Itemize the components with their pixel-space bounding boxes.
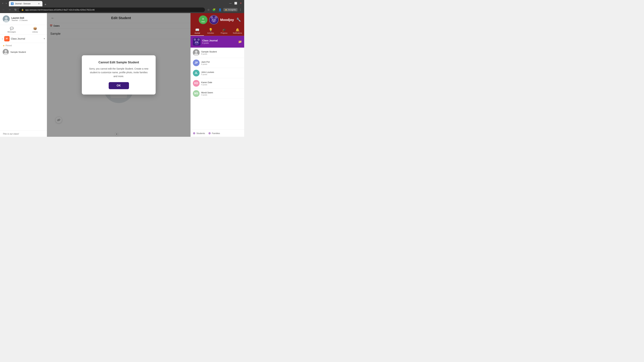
class-dropdown-icon: ▾: [44, 37, 45, 40]
address-field[interactable]: 🔒 app.seesaw.me/#/class/class.e01bf4c2-9…: [19, 7, 205, 12]
notifications-tab[interactable]: 🔔 Notifications: [231, 26, 244, 36]
notifications-icon: 🔔: [236, 28, 240, 32]
app-container: Lauren Deli Teacher · 2 Classes 💬 Messag…: [0, 13, 244, 137]
class-name: Class Journal: [11, 37, 42, 40]
moodjoy-avatar: [209, 15, 218, 24]
progress-tab[interactable]: 🎓 Progress: [217, 26, 231, 36]
right-panel: + Add Moodjoy 🔧: [190, 13, 244, 137]
svg-point-16: [214, 19, 215, 20]
address-bar: ← → ↻ 🔒 app.seesaw.me/#/class/class.e01b…: [0, 6, 244, 13]
class-nav-prev[interactable]: ‹: [2, 37, 3, 40]
back-nav-btn[interactable]: ←: [1, 7, 6, 12]
class-journal-item[interactable]: Class Journal 8 posts 📁: [190, 36, 244, 48]
teacher-avatar: [3, 15, 10, 22]
journal-label: Journal: [194, 32, 200, 34]
pinned-header: ★ Pinned: [3, 44, 44, 47]
student-posts-4: 4 posts: [201, 94, 242, 96]
wrench-btn[interactable]: 🔧: [236, 17, 242, 23]
add-icon: +: [202, 17, 204, 21]
class-journal-info: Class Journal 8 posts: [202, 39, 236, 44]
class-journal-name: Class Journal: [202, 39, 236, 42]
lock-icon: 🔒: [21, 8, 24, 11]
teacher-name: Lauren Deli: [12, 16, 28, 19]
bookmark-btn[interactable]: ☆: [206, 7, 211, 12]
close-btn[interactable]: ✕: [239, 1, 243, 5]
reload-btn[interactable]: ↻: [14, 7, 18, 12]
tab-forward-btn[interactable]: ›: [5, 1, 8, 5]
left-sidebar: Lauren Deli Teacher · 2 Classes 💬 Messag…: [0, 13, 47, 137]
journal-icon: 📖: [195, 28, 200, 32]
student-posts-2: 5 posts: [201, 73, 242, 75]
activities-tab[interactable]: 💡 Activities: [204, 26, 217, 36]
notifications-label: Notifications: [233, 32, 242, 34]
add-label: Add: [202, 21, 205, 23]
teacher-subtitle: Teacher · 2 Classes: [12, 19, 28, 21]
sidebar-footer: This is our class!: [0, 131, 47, 137]
folder-btn[interactable]: 📁: [238, 40, 242, 43]
student-list: Sample Student 8 posts JP Jack Pot 6 pos…: [190, 48, 244, 99]
student-avatar-2: JL: [193, 70, 200, 76]
student-name-4: Mordi Seem: [201, 91, 242, 94]
maximize-btn[interactable]: ⬜: [233, 1, 238, 5]
modal-overlay: Cannot Edit Sample Student Sorry, you ca…: [47, 13, 190, 137]
toolbar-actions: ☆ 🧩 👤 🕵️ Incognito ⋮: [206, 7, 243, 12]
student-name-0: Sample Student: [201, 50, 242, 53]
tab-favicon: S: [11, 2, 14, 5]
families-footer-label: Families: [212, 132, 220, 135]
modal-ok-btn[interactable]: OK: [109, 82, 129, 89]
tab-back-btn[interactable]: ‹: [1, 1, 4, 5]
student-info-1: Jack Pot 6 posts: [201, 61, 242, 65]
teacher-profile[interactable]: Lauren Deli Teacher · 2 Classes: [0, 13, 47, 25]
star-icon: ★: [3, 44, 5, 47]
right-panel-top: + Add Moodjoy 🔧: [190, 13, 244, 26]
class-selector[interactable]: ‹ Class Journal ▾: [0, 35, 47, 43]
pinned-label: Pinned: [6, 44, 12, 47]
new-tab-btn[interactable]: +: [43, 3, 48, 6]
student-posts-1: 6 posts: [201, 63, 242, 65]
messages-label: Messages: [8, 31, 16, 33]
student-list-item[interactable]: Sample Student 8 posts: [190, 48, 244, 58]
student-avatar-0: [193, 49, 200, 56]
minimize-btn[interactable]: —: [228, 1, 232, 5]
moodjoy-name: Moodjoy: [220, 18, 234, 22]
modal-body: Sorry, you cannot edit the Sample Studen…: [88, 67, 150, 78]
messages-nav[interactable]: 💬 Messages: [0, 25, 24, 34]
pinned-student-item[interactable]: Sample Student: [3, 48, 44, 56]
svg-point-1: [5, 17, 8, 19]
students-add-icon: ⊕: [193, 131, 196, 135]
svg-point-5: [4, 50, 7, 52]
journal-tab[interactable]: 📖 Journal: [190, 26, 204, 36]
student-info-2: John Louises 5 posts: [201, 71, 242, 75]
student-name-3: Karen Dale: [201, 81, 242, 84]
activities-icon: 💡: [209, 28, 213, 32]
svg-point-22: [197, 42, 198, 43]
svg-point-24: [195, 51, 198, 53]
tab-close-btn[interactable]: ✕: [38, 2, 40, 5]
profile-btn[interactable]: 👤: [217, 7, 223, 12]
modal-title: Cannot Edit Sample Student: [88, 61, 150, 64]
student-list-item[interactable]: KD Karen Dale 4 posts: [190, 78, 244, 88]
browser-chrome: ‹ › S Journal - Seesaw ✕ + — ⬜ ✕ ← → ↻ 🔒…: [0, 0, 244, 13]
forward-nav-btn[interactable]: →: [8, 7, 12, 12]
library-nav[interactable]: 📦 Library: [24, 25, 47, 34]
menu-btn[interactable]: ⋮: [238, 7, 243, 12]
extensions-btn[interactable]: 🧩: [211, 7, 217, 12]
class-icon: [4, 36, 10, 41]
active-tab[interactable]: S Journal - Seesaw ✕: [9, 1, 42, 6]
student-name-1: Jack Pot: [201, 61, 242, 63]
incognito-badge: 🕵️ Incognito: [224, 8, 238, 11]
students-footer-btn[interactable]: ⊕ Students: [193, 131, 205, 135]
svg-point-18: [194, 38, 196, 41]
student-posts-0: 8 posts: [201, 53, 242, 55]
tab-title: Journal - Seesaw: [15, 2, 36, 5]
svg-point-21: [196, 42, 196, 43]
student-info-4: Mordi Seem 4 posts: [201, 91, 242, 96]
student-list-item[interactable]: JP Jack Pot 6 posts: [190, 58, 244, 68]
modal-box: Cannot Edit Sample Student Sorry, you ca…: [82, 55, 156, 94]
student-list-item[interactable]: JL John Louises 5 posts: [190, 68, 244, 78]
add-button[interactable]: + Add: [199, 15, 208, 24]
teacher-info: Lauren Deli Teacher · 2 Classes: [12, 16, 28, 21]
families-footer-btn[interactable]: ⊕ Families: [208, 131, 220, 135]
student-list-item[interactable]: MS Mordi Seem 4 posts: [190, 88, 244, 99]
title-bar: ‹ › S Journal - Seesaw ✕ + — ⬜ ✕: [0, 0, 244, 6]
